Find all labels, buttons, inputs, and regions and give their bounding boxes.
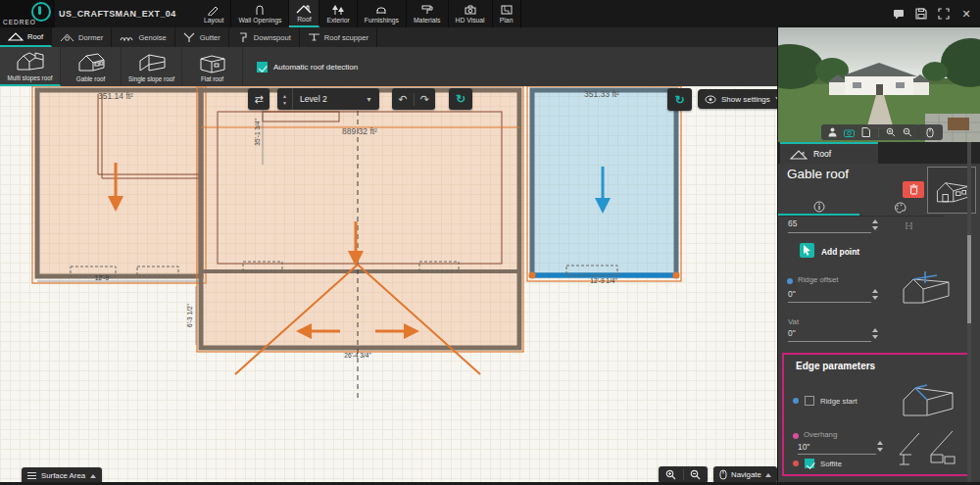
area-label-left: 351.14 ft² [98, 91, 133, 101]
chevron-up-icon [90, 471, 96, 478]
refresh-roofs-button[interactable]: ↻ [449, 88, 472, 110]
vat-input[interactable]: 0" [788, 328, 796, 338]
tool-flat-roof[interactable]: Flat roof [182, 47, 243, 86]
soffite-checkbox[interactable] [805, 459, 814, 468]
feedback-icon[interactable] [893, 8, 905, 20]
ridge-offset-icon [898, 262, 955, 309]
tool-gable-roof[interactable]: Gable roof [61, 47, 122, 86]
dim-porch-width: 26'-4 3/4" [344, 352, 371, 359]
roof-sync-badge[interactable]: ↻ [667, 88, 692, 111]
roof-region-left[interactable] [32, 86, 206, 283]
plan-canvas[interactable]: 351.14 ft² 889.32 ft² 351.33 ft² 12'-9 3… [0, 86, 777, 485]
level-selector[interactable]: ▲▼ Level 2 ▼ [277, 88, 379, 110]
cedreo-logo[interactable]: CEDREO [0, 0, 55, 27]
chevron-up-icon [765, 470, 771, 477]
menu-item-furnishings[interactable]: Furnishings [358, 0, 407, 27]
show-settings-label: Show settings [721, 95, 770, 104]
ridge-offset-stepper[interactable] [872, 289, 880, 300]
delete-roof-button[interactable] [903, 181, 924, 198]
menu-label: Exterior [326, 17, 349, 24]
level-stepper[interactable]: ▲▼ [277, 88, 293, 110]
menu-item-layout[interactable]: Layout [197, 0, 231, 27]
automatic-roof-detection[interactable]: Automatic roof detection [257, 47, 358, 86]
level-value: Level 2 [293, 94, 366, 104]
ribbon-tab-roof-scupper[interactable]: Roof scupper [300, 27, 377, 47]
ridge-start-checkbox[interactable] [805, 396, 814, 406]
fullscreen-icon[interactable] [938, 8, 950, 20]
menu-item-hd-visual[interactable]: HD Visual [449, 0, 493, 27]
ridge-start-label: Ridge start [820, 397, 858, 406]
ribbon-tab-dormer[interactable]: Dormer [52, 27, 112, 47]
menu-item-plan[interactable]: Plan [493, 0, 521, 27]
add-point-button[interactable] [800, 243, 814, 258]
area-label-right: 351.33 ft² [584, 89, 619, 99]
tool-label: Multi slopes roof [8, 74, 53, 81]
panel-scrollbar-thumb[interactable] [967, 235, 971, 323]
zoom-in-button[interactable] [659, 469, 683, 480]
menu-label: Roof [297, 16, 311, 23]
navigate-button[interactable]: Navigate [713, 466, 777, 483]
pencil-icon [207, 4, 220, 16]
panel-tab-label: Roof [813, 149, 831, 159]
roof-ribbon: Roof Dormer Genoise Gutter Downspout Roo… [0, 27, 777, 47]
overhang-stepper[interactable] [877, 441, 885, 452]
tool-single-slope-roof[interactable]: Single slope roof [122, 47, 182, 86]
undo-button[interactable]: ↶ [392, 93, 414, 106]
3d-camera-icon[interactable] [844, 128, 855, 137]
vat-label: Vat [788, 317, 799, 326]
redo-button[interactable]: ↷ [414, 93, 436, 106]
tab-materials[interactable] [859, 199, 941, 216]
menu-item-materials[interactable]: Materials [407, 0, 449, 27]
tab-info[interactable] [778, 199, 859, 216]
ribbon-tab-gutter[interactable]: Gutter [175, 27, 229, 47]
window-controls: ✕ [893, 0, 972, 27]
single-slope-roof-icon [135, 51, 169, 74]
ribbon-tab-label: Roof scupper [324, 33, 368, 42]
surface-area-label: Surface Area [41, 471, 85, 480]
zoom-in-icon[interactable] [886, 127, 896, 137]
auto-detect-checkbox[interactable] [257, 62, 268, 73]
3d-preview[interactable] [778, 27, 980, 142]
trees-icon [331, 4, 345, 16]
ribbon-tab-downspout[interactable]: Downspout [229, 27, 300, 47]
zoom-out-button[interactable] [683, 469, 709, 480]
cedreo-app: CEDREO US_CRAFTSMAN_EXT_04 Layout Wall O… [0, 0, 980, 485]
slope-input[interactable]: 65 [788, 218, 797, 228]
edge-endpoint[interactable] [673, 272, 680, 279]
gutter-icon [183, 32, 196, 43]
soffite-dot [793, 461, 799, 466]
floor-plan: 351.14 ft² 889.32 ft² 351.33 ft² 12'-9 3… [0, 86, 777, 485]
zoom-out-icon[interactable] [903, 127, 912, 137]
vat-stepper[interactable] [872, 328, 880, 339]
ribbon-tab-genoise[interactable]: Genoise [112, 27, 174, 47]
tool-multi-slopes-roof[interactable]: Multi slopes roof [0, 47, 61, 86]
gable-roof-icon [8, 31, 24, 42]
menu-item-exterior[interactable]: Exterior [319, 0, 357, 27]
roof-tools: Multi slopes roof Gable roof Single slop… [0, 47, 777, 86]
plan-sheet-icon[interactable] [861, 127, 870, 137]
save-icon[interactable] [915, 8, 927, 20]
property-tabs [778, 199, 945, 217]
show-settings-button[interactable]: Show settings [698, 89, 788, 109]
soffite-label: Soffite [820, 460, 842, 468]
slope-stepper[interactable] [872, 219, 880, 230]
menu-item-roof[interactable]: Roof [289, 0, 319, 27]
roof-icon [296, 3, 312, 15]
ridge-offset-input[interactable]: 0" [788, 289, 796, 299]
auto-detect-label: Automatic roof detection [273, 63, 358, 72]
switch-view-button[interactable]: ⇄ [248, 88, 270, 110]
menu-item-wall-openings[interactable]: Wall Openings [231, 0, 289, 27]
ribbon-tab-roof[interactable]: Roof [0, 27, 52, 47]
camera-icon [464, 4, 477, 16]
ridge-start-icon [898, 368, 958, 421]
close-icon[interactable]: ✕ [960, 8, 972, 20]
menu-label: Layout [204, 17, 223, 24]
preview-navigate-button[interactable] [917, 124, 943, 140]
zoom-controls [659, 466, 708, 483]
panel-tab-roof[interactable]: Roof [780, 142, 878, 164]
person-icon[interactable] [828, 127, 837, 137]
overhang-input[interactable]: 10" [798, 442, 809, 452]
menu-label: Furnishings [365, 17, 399, 24]
ribbon-tab-label: Genoise [138, 33, 166, 42]
edge-endpoint[interactable] [529, 272, 536, 279]
